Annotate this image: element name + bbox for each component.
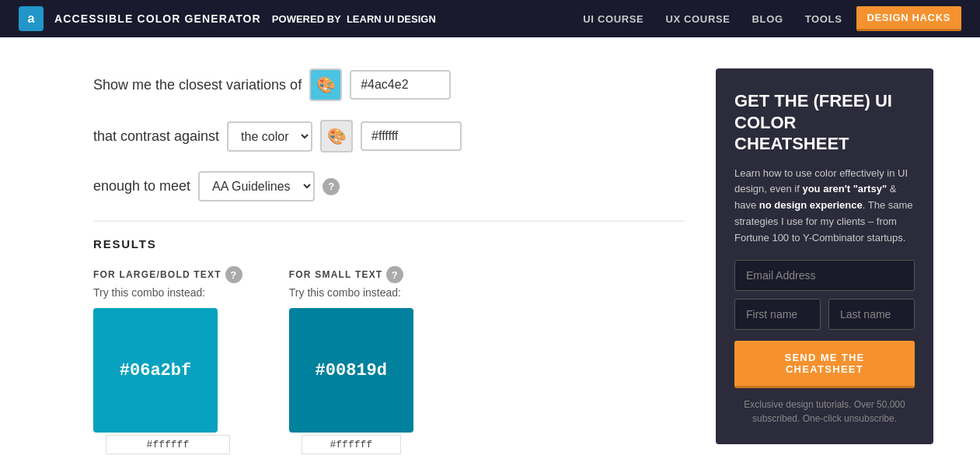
sidebar-footer: Exclusive design tutorials. Over 50,000 …	[734, 398, 915, 426]
row3: enough to meet AA Guidelines ?	[93, 171, 685, 201]
nav-tools[interactable]: TOOLS	[797, 9, 850, 30]
small-text-white-box: #ffffff	[302, 435, 401, 454]
results-heading: RESULTS	[93, 220, 685, 251]
row1: Show me the closest variations of 🎨	[93, 68, 685, 101]
small-text-color-card: #00819d	[289, 308, 413, 433]
guideline-help-icon[interactable]: ?	[323, 178, 340, 195]
guideline-select[interactable]: AA Guidelines	[198, 171, 315, 201]
large-text-hex: #06a2bf	[120, 361, 191, 380]
palette-icon: 🎨	[316, 75, 336, 94]
right-sidebar: GET THE (FREE) UI COLOR CHEATSHEET Learn…	[716, 68, 933, 444]
site-title: ACCESSIBLE COLOR GENERATOR	[54, 12, 261, 25]
row1-prefix: Show me the closest variations of	[93, 77, 302, 93]
firstname-input[interactable]	[734, 299, 821, 330]
small-text-label: FOR SMALL TEXT ?	[289, 266, 413, 283]
large-text-card-wrapper: #06a2bf #ffffff	[93, 308, 242, 433]
large-text-white-box: #ffffff	[106, 435, 230, 454]
site-logo[interactable]: a	[19, 6, 44, 31]
small-text-sublabel: Try this combo instead:	[289, 286, 413, 299]
color2-swatch-picker[interactable]: 🎨	[320, 120, 353, 152]
large-text-result: FOR LARGE/BOLD TEXT ? Try this combo ins…	[93, 266, 242, 464]
row2-prefix: that contrast against	[93, 128, 219, 145]
results-section: RESULTS FOR LARGE/BOLD TEXT ? Try this c…	[93, 220, 685, 464]
small-text-hex: #00819d	[316, 361, 387, 380]
header-left: a ACCESSIBLE COLOR GENERATOR powered by …	[19, 6, 436, 31]
nav-blog[interactable]: BLOG	[745, 9, 791, 30]
nav-ui-course[interactable]: UI COURSE	[575, 9, 651, 30]
nav-ux-course[interactable]: UX COURSE	[657, 9, 738, 30]
row2: that contrast against the color 🎨	[93, 120, 685, 152]
large-text-sublabel: Try this combo instead:	[93, 286, 242, 299]
left-content: Show me the closest variations of 🎨 that…	[93, 68, 685, 464]
name-row	[734, 299, 915, 330]
results-columns: FOR LARGE/BOLD TEXT ? Try this combo ins…	[93, 266, 685, 464]
lastname-input[interactable]	[828, 299, 915, 330]
email-input[interactable]	[734, 260, 915, 291]
large-text-help-icon[interactable]: ?	[225, 266, 242, 283]
send-cheatsheet-button[interactable]: SEND ME THE CHEATSHEET	[734, 341, 915, 388]
small-text-card-wrapper: #00819d #ffffff	[289, 308, 413, 433]
color2-hex-input[interactable]	[361, 121, 462, 151]
color1-swatch-picker[interactable]: 🎨	[309, 68, 342, 101]
powered-by-label: powered by LEARN UI DESIGN	[272, 13, 436, 25]
design-hacks-button[interactable]: DESIGN HACKS	[856, 6, 961, 31]
sidebar-title: GET THE (FREE) UI COLOR CHEATSHEET	[734, 90, 915, 155]
site-header: a ACCESSIBLE COLOR GENERATOR powered by …	[0, 0, 980, 37]
palette2-icon: 🎨	[327, 127, 347, 145]
main-nav: UI COURSE UX COURSE BLOG TOOLS DESIGN HA…	[575, 6, 961, 31]
main-layout: Show me the closest variations of 🎨 that…	[0, 37, 980, 466]
row3-prefix: enough to meet	[93, 178, 190, 194]
large-text-color-card: #06a2bf	[93, 308, 218, 433]
color1-hex-input[interactable]	[350, 70, 451, 100]
large-text-label: FOR LARGE/BOLD TEXT ?	[93, 266, 242, 283]
small-text-result: FOR SMALL TEXT ? Try this combo instead:…	[289, 266, 413, 464]
sidebar-description: Learn how to use color effectively in UI…	[734, 166, 915, 247]
contrast-against-select[interactable]: the color	[227, 121, 312, 152]
logo-letter: a	[28, 12, 35, 26]
small-text-help-icon[interactable]: ?	[386, 266, 403, 283]
